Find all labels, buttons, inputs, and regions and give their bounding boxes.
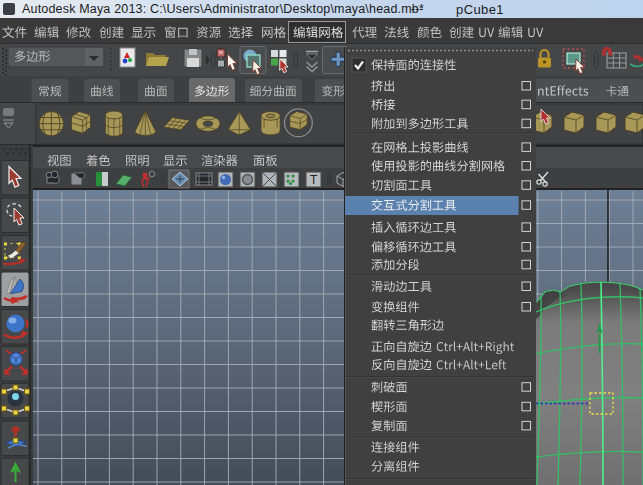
svg-text:T: T xyxy=(310,173,318,187)
